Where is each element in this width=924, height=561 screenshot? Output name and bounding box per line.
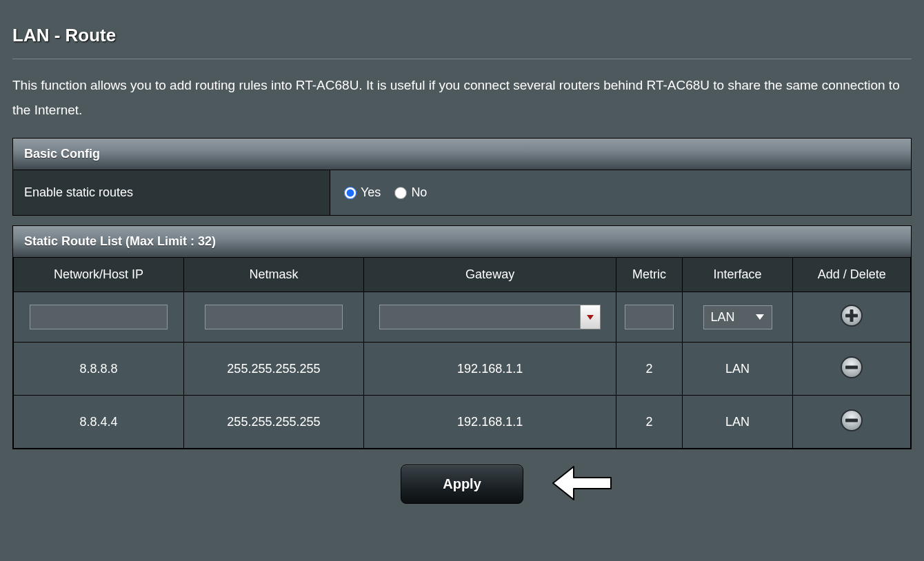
new-route-ip-input[interactable] [30,305,168,329]
plus-circle-icon [840,304,863,327]
enable-static-routes-row: Enable static routes Yes No [13,170,911,215]
cell-interface: LAN [682,343,793,396]
cell-interface: LAN [682,396,793,449]
col-header-netmask: Netmask [183,258,363,292]
static-route-table: Network/Host IP Netmask Gateway Metric I… [13,257,911,449]
page-description: This function allows you to add routing … [12,73,912,123]
svg-marker-0 [587,315,594,320]
chevron-down-icon [755,314,765,320]
new-route-metric-input[interactable] [625,305,674,329]
svg-rect-6 [845,366,858,369]
cell-gateway: 192.168.1.1 [363,343,616,396]
cell-metric: 2 [616,343,682,396]
interface-select-value: LAN [711,310,735,325]
cell-metric: 2 [616,396,682,449]
new-route-gateway-input[interactable] [379,305,580,329]
chevron-down-icon [586,313,594,321]
cell-gateway: 192.168.1.1 [363,396,616,449]
basic-config-header: Basic Config [13,139,911,170]
enable-yes-option[interactable]: Yes [344,185,381,200]
col-header-gateway: Gateway [363,258,616,292]
delete-route-button[interactable] [839,408,864,433]
footer: Apply [12,465,912,504]
cell-ip: 8.8.8.8 [14,343,184,396]
gateway-dropdown-button[interactable] [580,305,601,329]
page-title: LAN - Route [12,25,912,46]
table-row: 8.8.8.8 255.255.255.255 192.168.1.1 2 LA… [14,343,911,396]
static-route-list-panel: Static Route List (Max Limit : 32) Netwo… [12,225,912,449]
divider [12,59,912,59]
enable-static-routes-label: Enable static routes [13,170,330,215]
cell-ip: 8.8.4.4 [14,396,184,449]
cell-netmask: 255.255.255.255 [183,343,363,396]
col-header-action: Add / Delete [793,258,911,292]
svg-rect-4 [845,314,858,318]
arrow-left-icon [552,462,614,504]
new-route-row: LAN [14,292,911,343]
enable-yes-radio[interactable] [344,187,356,199]
new-route-interface-select[interactable]: LAN [703,305,772,329]
apply-button[interactable]: Apply [401,465,523,504]
col-header-interface: Interface [682,258,793,292]
basic-config-panel: Basic Config Enable static routes Yes No [12,138,912,216]
table-row: 8.8.4.4 255.255.255.255 192.168.1.1 2 LA… [14,396,911,449]
enable-no-option[interactable]: No [394,185,427,200]
cell-netmask: 255.255.255.255 [183,396,363,449]
enable-yes-label: Yes [361,185,381,200]
enable-no-label: No [411,185,427,200]
col-header-metric: Metric [616,258,682,292]
static-route-list-header: Static Route List (Max Limit : 32) [13,226,911,257]
enable-static-routes-value: Yes No [330,170,911,215]
svg-marker-1 [756,314,764,320]
add-route-button[interactable] [839,303,864,328]
col-header-ip: Network/Host IP [14,258,184,292]
minus-circle-icon [840,409,863,432]
minus-circle-icon [840,356,863,379]
table-header-row: Network/Host IP Netmask Gateway Metric I… [14,258,911,292]
enable-no-radio[interactable] [394,187,407,199]
new-route-netmask-input[interactable] [205,305,343,329]
svg-rect-8 [845,419,858,422]
svg-marker-9 [553,467,611,500]
delete-route-button[interactable] [839,355,864,380]
annotation-arrow [552,462,614,507]
